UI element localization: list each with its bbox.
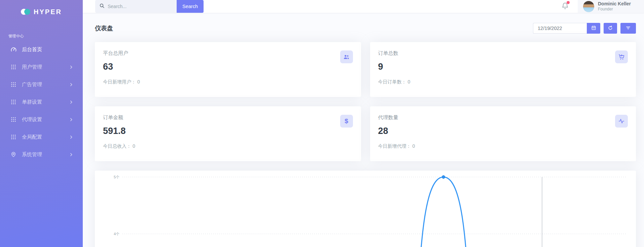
- stat-value: 28: [378, 126, 628, 136]
- chevron-right-icon: [69, 152, 73, 157]
- dots-grid-icon: [10, 134, 17, 140]
- notification-dot: [567, 1, 570, 4]
- page-header-controls: [533, 23, 636, 34]
- stat-footer-value: 0: [133, 143, 135, 149]
- stat-card-agent-count: 代理数量 28 今日新增代理： 0: [370, 106, 636, 161]
- stat-card-order-amount: 订单金额 591.8 今日总收入： 0 $: [95, 106, 361, 161]
- sidebar-item-label: 全局配置: [22, 134, 69, 140]
- peak-marker: [442, 176, 445, 179]
- stat-footer: 今日总收入： 0: [103, 143, 353, 149]
- sidebar-menu: 后台首页 用户管理: [0, 41, 83, 163]
- stat-card-total-orders: 订单总数 9 今日订单数： 0: [370, 42, 636, 97]
- y-tick-5: 5个: [114, 175, 119, 179]
- series-line: [417, 177, 470, 247]
- dollar-icon: $: [340, 115, 353, 128]
- date-input[interactable]: [533, 23, 587, 34]
- calendar-icon: [591, 25, 596, 31]
- sidebar-item-label: 后台首页: [22, 46, 73, 53]
- avatar: [583, 1, 594, 12]
- sidebar-item-label: 用户管理: [22, 64, 69, 70]
- y-tick-4: 4个: [114, 232, 119, 236]
- stat-footer-label: 今日新增用户：: [103, 79, 136, 84]
- notification-bell-icon[interactable]: [561, 2, 569, 11]
- stat-footer: 今日订单数： 0: [378, 79, 628, 85]
- stat-footer-value: 0: [407, 79, 410, 84]
- activity-icon: [615, 115, 628, 128]
- stat-value: 9: [378, 62, 628, 72]
- filter-icon: [625, 25, 631, 32]
- stat-cards: 平台总用户 63 今日新增用户： 0 订单总数 9: [95, 42, 636, 161]
- filter-button[interactable]: [620, 23, 636, 34]
- user-profile[interactable]: Dominic Keller Founder: [578, 0, 644, 13]
- sidebar-item-label: 系统管理: [22, 151, 69, 158]
- dots-grid-icon: [10, 99, 17, 105]
- page-title: 仪表盘: [95, 24, 113, 32]
- stat-label: 订单总数: [378, 50, 628, 57]
- stat-footer: 今日新增用户： 0: [103, 79, 353, 85]
- dots-grid-icon: [10, 81, 17, 88]
- refresh-icon: [608, 25, 613, 32]
- app-logo[interactable]: HYPER: [0, 0, 83, 24]
- calendar-button[interactable]: [587, 23, 600, 34]
- stat-footer-label: 今日新增代理：: [378, 143, 411, 149]
- page-header: 仪表盘: [95, 23, 636, 34]
- stat-value: 591.8: [103, 126, 353, 136]
- stat-footer-value: 0: [412, 143, 415, 149]
- stat-footer-value: 0: [137, 79, 140, 84]
- user-name: Dominic Keller: [598, 1, 631, 7]
- search-input[interactable]: [108, 4, 173, 9]
- sidebar-item-label: 代理设置: [22, 116, 69, 123]
- page-content: 仪表盘: [83, 13, 644, 247]
- sidebar-item-agent-settings[interactable]: 代理设置: [0, 111, 83, 128]
- app-root: HYPER 管理中心 后台首页: [0, 0, 644, 247]
- main-column: Search Dominic Keller Founder: [83, 0, 644, 247]
- chevron-right-icon: [69, 135, 73, 139]
- dots-grid-icon: [10, 116, 17, 123]
- gauge-icon: [10, 46, 17, 53]
- search-button[interactable]: Search: [177, 0, 204, 13]
- sidebar-item-global-config[interactable]: 全局配置: [0, 128, 83, 146]
- sidebar-item-dashboard[interactable]: 后台首页: [0, 41, 83, 58]
- stat-label: 订单金额: [103, 114, 353, 121]
- sidebar-item-label: 单群设置: [22, 99, 69, 105]
- topbar-right: Dominic Keller Founder: [561, 0, 644, 13]
- sidebar: HYPER 管理中心 后台首页: [0, 0, 83, 247]
- stat-value: 63: [103, 62, 353, 72]
- search-box: [95, 0, 177, 13]
- line-chart-card: 5个 4个: [95, 171, 636, 247]
- menu-section-label: 管理中心: [0, 24, 83, 41]
- stat-footer-label: 今日订单数：: [378, 79, 406, 84]
- sidebar-item-users[interactable]: 用户管理: [0, 58, 83, 76]
- stat-card-total-users: 平台总用户 63 今日新增用户： 0: [95, 42, 361, 97]
- dots-grid-icon: [10, 64, 17, 70]
- stat-label: 代理数量: [378, 114, 628, 121]
- users-icon: [340, 50, 353, 63]
- chevron-right-icon: [69, 100, 73, 104]
- chevron-right-icon: [69, 65, 73, 69]
- sidebar-item-ads[interactable]: 广告管理: [0, 76, 83, 93]
- cart-icon: [615, 50, 628, 63]
- user-role: Founder: [598, 7, 631, 12]
- stat-footer-label: 今日总收入：: [103, 143, 131, 149]
- stat-footer: 今日新增代理： 0: [378, 143, 628, 149]
- logo-circles-icon: [21, 8, 31, 15]
- date-picker-group: [533, 23, 600, 34]
- stat-label: 平台总用户: [103, 50, 353, 57]
- refresh-button[interactable]: [604, 23, 617, 34]
- sidebar-item-label: 广告管理: [22, 81, 69, 88]
- line-chart: 5个 4个: [95, 171, 636, 247]
- topbar: Search Dominic Keller Founder: [83, 0, 644, 13]
- search-icon: [99, 3, 105, 10]
- chevron-right-icon: [69, 117, 73, 122]
- logo-text: HYPER: [34, 8, 62, 16]
- sidebar-item-system[interactable]: 系统管理: [0, 146, 83, 163]
- map-pin-icon: [10, 151, 17, 158]
- search-group: Search: [95, 0, 204, 13]
- chevron-right-icon: [69, 82, 73, 87]
- sidebar-item-group-settings[interactable]: 单群设置: [0, 93, 83, 111]
